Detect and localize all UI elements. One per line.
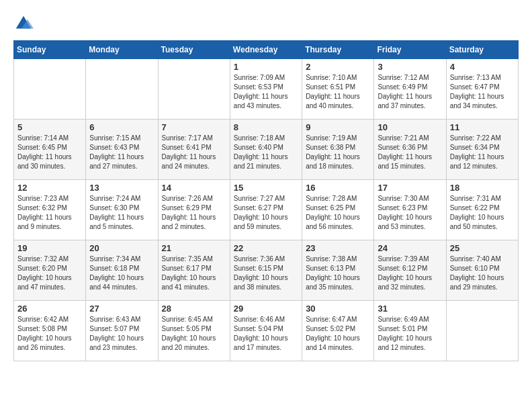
day-number: 6 (89, 122, 154, 132)
day-of-week-thursday: Thursday (302, 41, 374, 59)
calendar-cell: 9Sunrise: 7:19 AM Sunset: 6:38 PM Daylig… (302, 120, 374, 180)
day-number: 15 (234, 183, 298, 193)
day-number: 27 (89, 304, 154, 314)
logo-icon (13, 13, 34, 34)
day-number: 24 (378, 243, 442, 253)
day-number: 2 (306, 62, 370, 72)
day-number: 4 (450, 62, 515, 72)
cell-content: Sunrise: 7:40 AM Sunset: 6:10 PM Dayligh… (450, 255, 515, 292)
cell-content: Sunrise: 7:17 AM Sunset: 6:41 PM Dayligh… (162, 134, 226, 171)
cell-content: Sunrise: 7:27 AM Sunset: 6:27 PM Dayligh… (234, 194, 298, 232)
day-number: 28 (162, 304, 226, 314)
cell-content: Sunrise: 6:47 AM Sunset: 5:02 PM Dayligh… (306, 315, 370, 353)
page-header (13, 13, 519, 34)
cell-content: Sunrise: 7:35 AM Sunset: 6:17 PM Dayligh… (162, 255, 226, 292)
cell-content: Sunrise: 6:45 AM Sunset: 5:05 PM Dayligh… (162, 315, 226, 353)
cell-content: Sunrise: 7:19 AM Sunset: 6:38 PM Dayligh… (306, 134, 370, 171)
calendar-cell: 13Sunrise: 7:24 AM Sunset: 6:30 PM Dayli… (86, 180, 158, 240)
calendar-header: SundayMondayTuesdayWednesdayThursdayFrid… (14, 41, 519, 59)
day-of-week-friday: Friday (374, 41, 446, 59)
day-number: 16 (306, 183, 370, 193)
day-number: 12 (17, 183, 82, 193)
day-number: 25 (450, 243, 515, 253)
cell-content: Sunrise: 7:12 AM Sunset: 6:49 PM Dayligh… (378, 73, 442, 111)
cell-content: Sunrise: 7:09 AM Sunset: 6:53 PM Dayligh… (234, 73, 298, 111)
calendar-cell: 18Sunrise: 7:31 AM Sunset: 6:22 PM Dayli… (446, 180, 518, 240)
cell-content: Sunrise: 7:28 AM Sunset: 6:25 PM Dayligh… (306, 194, 370, 232)
day-number: 1 (234, 62, 298, 72)
cell-content: Sunrise: 6:43 AM Sunset: 5:07 PM Dayligh… (89, 315, 154, 353)
day-number: 3 (378, 62, 442, 72)
cell-content: Sunrise: 6:42 AM Sunset: 5:08 PM Dayligh… (17, 315, 82, 353)
calendar-cell: 31Sunrise: 6:49 AM Sunset: 5:01 PM Dayli… (374, 301, 446, 361)
calendar-table: SundayMondayTuesdayWednesdayThursdayFrid… (13, 40, 519, 361)
day-number: 20 (89, 243, 154, 253)
day-number: 10 (378, 122, 442, 132)
day-number: 11 (450, 122, 515, 132)
cell-content: Sunrise: 7:23 AM Sunset: 6:32 PM Dayligh… (17, 194, 82, 232)
day-number: 14 (162, 183, 226, 193)
calendar-cell (158, 59, 230, 120)
cell-content: Sunrise: 7:30 AM Sunset: 6:23 PM Dayligh… (378, 194, 442, 232)
cell-content: Sunrise: 7:34 AM Sunset: 6:18 PM Dayligh… (89, 255, 154, 292)
day-number: 18 (450, 183, 515, 193)
day-number: 17 (378, 183, 442, 193)
cell-content: Sunrise: 7:15 AM Sunset: 6:43 PM Dayligh… (89, 134, 154, 171)
calendar-cell (446, 301, 518, 361)
calendar-cell: 19Sunrise: 7:32 AM Sunset: 6:20 PM Dayli… (14, 240, 86, 301)
calendar-week-0: 1Sunrise: 7:09 AM Sunset: 6:53 PM Daylig… (14, 59, 519, 120)
calendar-week-2: 12Sunrise: 7:23 AM Sunset: 6:32 PM Dayli… (14, 180, 519, 240)
day-number: 23 (306, 243, 370, 253)
day-number: 8 (234, 122, 298, 132)
cell-content: Sunrise: 7:36 AM Sunset: 6:15 PM Dayligh… (234, 255, 298, 292)
calendar-cell: 11Sunrise: 7:22 AM Sunset: 6:34 PM Dayli… (446, 120, 518, 180)
calendar-body: 1Sunrise: 7:09 AM Sunset: 6:53 PM Daylig… (14, 59, 519, 361)
day-number: 26 (17, 304, 82, 314)
cell-content: Sunrise: 7:14 AM Sunset: 6:45 PM Dayligh… (17, 134, 82, 171)
calendar-cell: 12Sunrise: 7:23 AM Sunset: 6:32 PM Dayli… (14, 180, 86, 240)
calendar-cell: 27Sunrise: 6:43 AM Sunset: 5:07 PM Dayli… (86, 301, 158, 361)
calendar-cell: 23Sunrise: 7:38 AM Sunset: 6:13 PM Dayli… (302, 240, 374, 301)
cell-content: Sunrise: 7:24 AM Sunset: 6:30 PM Dayligh… (89, 194, 154, 232)
calendar-cell (86, 59, 158, 120)
cell-content: Sunrise: 7:10 AM Sunset: 6:51 PM Dayligh… (306, 73, 370, 111)
calendar-cell: 30Sunrise: 6:47 AM Sunset: 5:02 PM Dayli… (302, 301, 374, 361)
day-number: 31 (378, 304, 442, 314)
calendar-cell: 26Sunrise: 6:42 AM Sunset: 5:08 PM Dayli… (14, 301, 86, 361)
day-of-week-saturday: Saturday (446, 41, 518, 59)
calendar-cell: 5Sunrise: 7:14 AM Sunset: 6:45 PM Daylig… (14, 120, 86, 180)
cell-content: Sunrise: 7:21 AM Sunset: 6:36 PM Dayligh… (378, 134, 442, 171)
calendar-cell: 2Sunrise: 7:10 AM Sunset: 6:51 PM Daylig… (302, 59, 374, 120)
calendar-cell (14, 59, 86, 120)
days-of-week-row: SundayMondayTuesdayWednesdayThursdayFrid… (14, 41, 519, 59)
calendar-week-1: 5Sunrise: 7:14 AM Sunset: 6:45 PM Daylig… (14, 120, 519, 180)
cell-content: Sunrise: 7:13 AM Sunset: 6:47 PM Dayligh… (450, 73, 515, 111)
cell-content: Sunrise: 6:46 AM Sunset: 5:04 PM Dayligh… (234, 315, 298, 353)
day-number: 29 (234, 304, 298, 314)
calendar-cell: 6Sunrise: 7:15 AM Sunset: 6:43 PM Daylig… (86, 120, 158, 180)
day-of-week-wednesday: Wednesday (230, 41, 302, 59)
calendar-cell: 17Sunrise: 7:30 AM Sunset: 6:23 PM Dayli… (374, 180, 446, 240)
calendar-cell: 7Sunrise: 7:17 AM Sunset: 6:41 PM Daylig… (158, 120, 230, 180)
calendar-cell: 16Sunrise: 7:28 AM Sunset: 6:25 PM Dayli… (302, 180, 374, 240)
logo (13, 13, 36, 34)
day-number: 30 (306, 304, 370, 314)
day-number: 7 (162, 122, 226, 132)
day-number: 21 (162, 243, 226, 253)
day-number: 9 (306, 122, 370, 132)
calendar-week-4: 26Sunrise: 6:42 AM Sunset: 5:08 PM Dayli… (14, 301, 519, 361)
calendar-cell: 10Sunrise: 7:21 AM Sunset: 6:36 PM Dayli… (374, 120, 446, 180)
day-number: 5 (17, 122, 82, 132)
calendar-cell: 25Sunrise: 7:40 AM Sunset: 6:10 PM Dayli… (446, 240, 518, 301)
day-number: 22 (234, 243, 298, 253)
day-of-week-tuesday: Tuesday (158, 41, 230, 59)
cell-content: Sunrise: 7:18 AM Sunset: 6:40 PM Dayligh… (234, 134, 298, 171)
cell-content: Sunrise: 7:22 AM Sunset: 6:34 PM Dayligh… (450, 134, 515, 171)
calendar-cell: 28Sunrise: 6:45 AM Sunset: 5:05 PM Dayli… (158, 301, 230, 361)
day-number: 13 (89, 183, 154, 193)
calendar-cell: 8Sunrise: 7:18 AM Sunset: 6:40 PM Daylig… (230, 120, 302, 180)
cell-content: Sunrise: 7:26 AM Sunset: 6:29 PM Dayligh… (162, 194, 226, 232)
cell-content: Sunrise: 7:39 AM Sunset: 6:12 PM Dayligh… (378, 255, 442, 292)
calendar-cell: 3Sunrise: 7:12 AM Sunset: 6:49 PM Daylig… (374, 59, 446, 120)
calendar-cell: 20Sunrise: 7:34 AM Sunset: 6:18 PM Dayli… (86, 240, 158, 301)
